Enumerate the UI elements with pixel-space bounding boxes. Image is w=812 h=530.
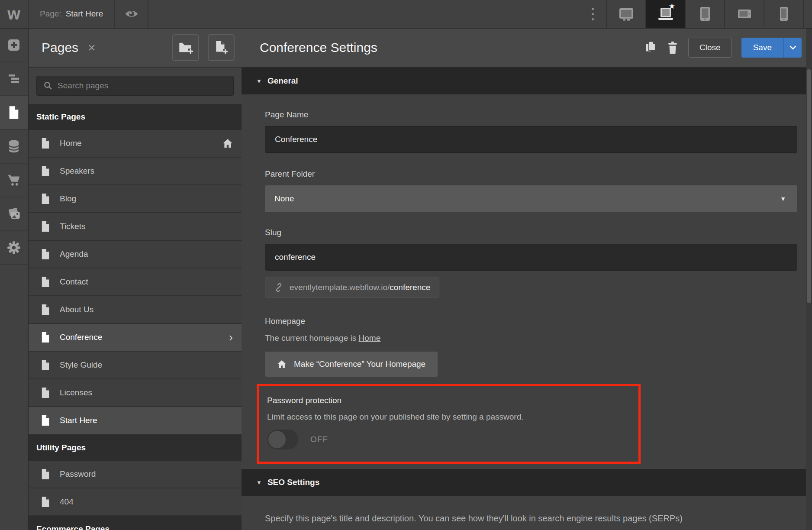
webflow-designer: w Page: Start Here — [0, 0, 812, 530]
ecommerce-button[interactable] — [0, 164, 28, 197]
webflow-logo[interactable]: w — [0, 0, 29, 28]
preview-button[interactable] — [115, 0, 148, 28]
page-name-label: Page Name — [265, 110, 797, 120]
caret-down-icon: ▼ — [256, 78, 262, 84]
page-file-icon — [41, 138, 50, 149]
page-name-field[interactable] — [265, 126, 797, 153]
page-name: Start Here — [66, 9, 103, 19]
page-file-icon — [41, 276, 50, 288]
cms-button[interactable] — [0, 130, 28, 164]
scrollbar-thumb[interactable] — [807, 69, 811, 303]
page-row-label: Password — [60, 469, 96, 479]
password-protection-desc: Limit access to this page on your publis… — [267, 412, 638, 422]
close-icon[interactable]: × — [88, 40, 96, 55]
page-file-icon — [41, 332, 50, 343]
breakpoint-mobile-portrait-button[interactable] — [764, 0, 803, 28]
gear-icon — [7, 241, 21, 255]
page-row[interactable]: 404 — [29, 488, 242, 516]
seo-section-header[interactable]: ▼ SEO Settings — [242, 469, 812, 496]
new-page-button[interactable] — [208, 34, 235, 61]
page-file-icon — [41, 165, 50, 177]
page-row[interactable]: Contact — [29, 268, 242, 296]
general-section-content: Page Name Parent Folder None ▼ Slug even… — [242, 110, 812, 464]
pages-button[interactable] — [0, 96, 28, 130]
page-row[interactable]: About Us — [29, 296, 242, 324]
seo-section-content: Specify this page's title and descriptio… — [242, 496, 812, 524]
settings-title: Conference Settings — [260, 40, 377, 55]
toggle-knob — [268, 431, 286, 448]
navigator-button[interactable] — [0, 62, 28, 96]
breakpoint-laptop-button[interactable]: ★ — [645, 0, 685, 28]
slug-field[interactable] — [265, 244, 797, 271]
trash-icon[interactable] — [667, 41, 678, 54]
topbar-spacer — [148, 0, 579, 28]
page-row[interactable]: Licenses — [29, 379, 242, 407]
more-menu-button[interactable] — [579, 0, 606, 28]
webflow-logo-letter: w — [7, 5, 20, 23]
current-page-indicator[interactable]: Page: Start Here — [29, 0, 115, 28]
breakpoint-mobile-landscape-button[interactable] — [724, 0, 764, 28]
toggle-state-label: OFF — [310, 435, 328, 444]
close-button[interactable]: Close — [688, 38, 732, 58]
page-row[interactable]: Style Guide — [29, 352, 242, 379]
breakpoint-tablet-button[interactable] — [685, 0, 724, 28]
page-row-label: Speakers — [60, 166, 94, 176]
page-url-chip[interactable]: eventlytemplate.webflow.io/conference — [265, 278, 439, 297]
page-row[interactable]: Conference › — [29, 324, 242, 352]
seo-section-label: SEO Settings — [267, 478, 319, 487]
homepage-label: Homepage — [265, 317, 797, 326]
page-row-label: Tickets — [60, 222, 85, 231]
chevron-down-icon — [789, 45, 796, 50]
page-row[interactable]: Home — [29, 130, 242, 158]
parent-folder-select[interactable]: None ▼ — [265, 185, 797, 212]
save-button[interactable]: Save — [741, 38, 783, 58]
page-row[interactable]: Tickets — [29, 213, 242, 241]
pages-section-header: Ecommerce Pages — [29, 516, 242, 530]
search-input[interactable] — [36, 76, 234, 96]
topbar-end — [803, 0, 812, 28]
settings-button[interactable] — [0, 231, 28, 265]
scrollbar[interactable] — [806, 29, 812, 530]
add-elements-button[interactable] — [0, 29, 28, 62]
add-panel-icon — [7, 39, 20, 52]
page-add-icon — [215, 41, 228, 55]
menu-dots-icon — [592, 8, 594, 10]
home-icon — [222, 139, 233, 148]
page-row-label: Conference — [60, 333, 102, 342]
assets-button[interactable] — [0, 197, 28, 231]
page-row[interactable]: Start Here — [29, 407, 242, 435]
pages-panel: Pages × — [29, 29, 242, 530]
page-row-label: Blog — [60, 194, 76, 204]
page-row[interactable]: Password — [29, 461, 242, 488]
homepage-link[interactable]: Home — [359, 333, 381, 343]
slug-label: Slug — [265, 228, 797, 237]
make-homepage-button[interactable]: Make “Conference” Your Homepage — [265, 352, 438, 377]
page-row[interactable]: Speakers — [29, 158, 242, 185]
password-protection-title: Password protection — [267, 396, 638, 405]
chevron-right-icon: › — [229, 331, 233, 343]
save-button-group: Save — [741, 38, 802, 58]
pages-icon — [8, 106, 20, 120]
new-folder-button[interactable] — [172, 34, 199, 61]
pages-panel-header: Pages × — [29, 29, 242, 68]
page-row-label: 404 — [60, 497, 74, 507]
assets-icon — [7, 207, 21, 220]
breakpoint-desktop-button[interactable] — [606, 0, 645, 28]
page-file-icon — [41, 415, 50, 426]
page-row-label: Home — [60, 139, 82, 148]
eye-icon — [124, 8, 139, 19]
password-toggle[interactable] — [267, 430, 298, 449]
tablet-icon — [700, 6, 710, 21]
pages-list: Static Pages Home Speakers Blog Tick — [29, 104, 242, 530]
page-file-icon — [41, 359, 50, 371]
general-section-header[interactable]: ▼ General — [242, 68, 812, 94]
page-row-label: Start Here — [60, 416, 97, 425]
save-options-button[interactable] — [783, 38, 802, 58]
page-row[interactable]: Agenda — [29, 241, 242, 268]
page-row-label: Agenda — [60, 249, 88, 259]
page-row[interactable]: Blog — [29, 185, 242, 213]
dropdown-arrow-icon: ▼ — [780, 195, 786, 202]
caret-down-icon: ▼ — [256, 479, 262, 486]
duplicate-icon[interactable] — [645, 41, 656, 54]
page-row-label: About Us — [60, 305, 93, 314]
